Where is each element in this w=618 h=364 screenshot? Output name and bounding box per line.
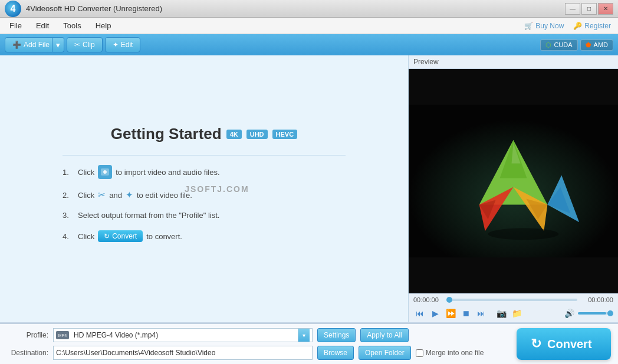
add-file-group: ➕ Add File ▾ — [5, 37, 64, 52]
step-3-num: 3. — [63, 211, 74, 220]
right-badges: ⬡ CUDA ⬟ AMD — [540, 39, 613, 51]
controls-row: ⏮ ▶ ⏩ ⏹ ⏭ 📷 📁 🔊 — [413, 307, 613, 320]
volume-area: 🔊 — [563, 307, 613, 320]
convert-mini-button[interactable]: ↻ Convert — [98, 230, 143, 242]
window-controls: — □ ✕ — [565, 3, 613, 15]
svg-point-16 — [488, 228, 559, 240]
video-controls: 00:00:00 00:00:00 ⏮ ▶ ⏩ ⏹ ⏭ 📷 📁 🔊 — [409, 293, 618, 322]
skip-end-button[interactable]: ⏭ — [475, 307, 488, 320]
badge-hevc: HEVC — [272, 130, 298, 139]
convert-mini-icon: ↻ — [104, 232, 110, 240]
progress-track[interactable] — [449, 299, 577, 301]
step-2-pre: Click — [78, 191, 94, 200]
svg-text:4: 4 — [11, 4, 16, 14]
folder-button[interactable]: 📁 — [510, 307, 523, 320]
merge-checkbox-row: Merge into one file — [416, 349, 484, 357]
add-file-step-icon — [98, 165, 112, 179]
step-2-post: to edit video file. — [137, 191, 192, 200]
add-file-button[interactable]: ➕ Add File — [5, 37, 52, 52]
profile-dropdown-arrow[interactable]: ▾ — [298, 329, 310, 342]
stop-button[interactable]: ⏹ — [459, 307, 472, 320]
merge-checkbox[interactable] — [416, 349, 423, 357]
volume-track[interactable] — [578, 312, 613, 315]
step-2-mid: and — [109, 191, 122, 200]
preview-panel: Preview — [408, 55, 618, 322]
menu-file[interactable]: File — [2, 19, 29, 32]
step-3-text: Select output format from the "Profile" … — [78, 211, 219, 220]
badge-4k: 4K — [226, 130, 242, 139]
open-folder-button[interactable]: Open Folder — [359, 346, 411, 360]
preview-graphic — [409, 69, 618, 293]
edit-button[interactable]: ✦ Edit — [105, 37, 141, 52]
menu-help[interactable]: Help — [88, 19, 119, 32]
menu-edit[interactable]: Edit — [29, 19, 56, 32]
step-4-pre: Click — [78, 232, 94, 241]
gs-step-2: 2. Click ✂ and ✦ to edit video file. — [63, 190, 346, 200]
getting-started-panel: JSOFTJ.COM Getting Started 4K UHD HEVC 1… — [0, 55, 408, 322]
preview-video — [409, 69, 618, 293]
merge-label: Merge into one file — [426, 349, 484, 357]
step-1-pre: Click — [78, 168, 94, 177]
toolbar: ➕ Add File ▾ ✂ Clip ✦ Edit ⬡ CUDA ⬟ AMD — [0, 34, 618, 55]
settings-button[interactable]: Settings — [317, 328, 356, 342]
step-4-post: to convert. — [146, 232, 182, 241]
top-right-actions: 🛒 Buy Now 🔑 Register — [524, 22, 616, 30]
skip-start-button[interactable]: ⏮ — [413, 307, 426, 320]
amd-icon: ⬟ — [586, 41, 591, 49]
amd-badge: ⬟ AMD — [580, 39, 613, 51]
step-1-post: to import video and audio files. — [116, 168, 219, 177]
edit-toolbar-icon: ✦ — [113, 41, 119, 49]
time-end: 00:00:00 — [581, 296, 613, 303]
destination-label: Destination: — [7, 349, 48, 357]
profile-select-text: HD MPEG-4 Video (*.mp4) — [74, 331, 298, 339]
profile-label: Profile: — [7, 331, 48, 339]
main-area: JSOFTJ.COM Getting Started 4K UHD HEVC 1… — [0, 55, 618, 323]
profile-section: Profile: MP4 HD MPEG-4 Video (*.mp4) ▾ S… — [7, 328, 507, 360]
cuda-badge: ⬡ CUDA — [540, 39, 577, 51]
snapshot-button[interactable]: 📷 — [495, 307, 508, 320]
cart-icon: 🛒 — [524, 22, 533, 30]
browse-button[interactable]: Browse — [317, 346, 354, 360]
preview-label: Preview — [409, 55, 618, 69]
volume-fill — [578, 312, 606, 315]
key-icon: 🔑 — [573, 22, 582, 30]
profile-select[interactable]: MP4 HD MPEG-4 Video (*.mp4) ▾ — [53, 328, 313, 342]
cuda-icon: ⬡ — [545, 41, 551, 49]
menu-bar: File Edit Tools Help 🛒 Buy Now 🔑 Registe… — [0, 18, 618, 34]
maximize-button[interactable]: □ — [581, 3, 597, 15]
big-convert-button[interactable]: ↻ Convert — [517, 328, 611, 360]
gs-title: Getting Started — [111, 125, 222, 143]
close-button[interactable]: ✕ — [598, 3, 613, 15]
scissors-toolbar-icon: ✂ — [74, 41, 80, 49]
fast-forward-button[interactable]: ⏩ — [444, 307, 457, 320]
buy-now-link[interactable]: 🛒 Buy Now — [524, 22, 564, 30]
gs-steps: 1. Click to import video and audio files… — [63, 165, 346, 253]
destination-input[interactable] — [53, 346, 313, 360]
gs-divider — [63, 155, 346, 155]
bottom-bar: Profile: MP4 HD MPEG-4 Video (*.mp4) ▾ S… — [0, 323, 618, 364]
progress-bar-row: 00:00:00 00:00:00 — [413, 296, 613, 303]
play-button[interactable]: ▶ — [429, 307, 442, 320]
step-2-num: 2. — [63, 191, 74, 200]
add-file-icon: ➕ — [12, 41, 21, 49]
profile-row: Profile: MP4 HD MPEG-4 Video (*.mp4) ▾ S… — [7, 328, 507, 342]
add-file-dropdown-button[interactable]: ▾ — [52, 37, 64, 52]
destination-row: Destination: Browse Open Folder Merge in… — [7, 346, 507, 360]
minimize-button[interactable]: — — [565, 3, 580, 15]
time-start: 00:00:00 — [413, 296, 446, 303]
wand-step-icon: ✦ — [126, 190, 133, 200]
apply-to-all-button[interactable]: Apply to All — [360, 328, 408, 342]
menu-tools[interactable]: Tools — [56, 19, 88, 32]
step-4-num: 4. — [63, 232, 74, 241]
convert-icon: ↻ — [531, 336, 541, 352]
gs-step-1: 1. Click to import video and audio files… — [63, 165, 346, 179]
badge-uhd: UHD — [246, 130, 268, 139]
progress-thumb[interactable] — [446, 297, 452, 303]
gs-title-row: Getting Started 4K UHD HEVC — [111, 125, 297, 143]
volume-thumb[interactable] — [607, 310, 613, 316]
title-text: 4Videosoft HD Converter (Unregistered) — [26, 4, 565, 13]
clip-button[interactable]: ✂ Clip — [67, 37, 103, 52]
register-link[interactable]: 🔑 Register — [573, 22, 611, 30]
title-bar: 4 4Videosoft HD Converter (Unregistered)… — [0, 0, 618, 18]
volume-icon[interactable]: 🔊 — [563, 307, 576, 320]
